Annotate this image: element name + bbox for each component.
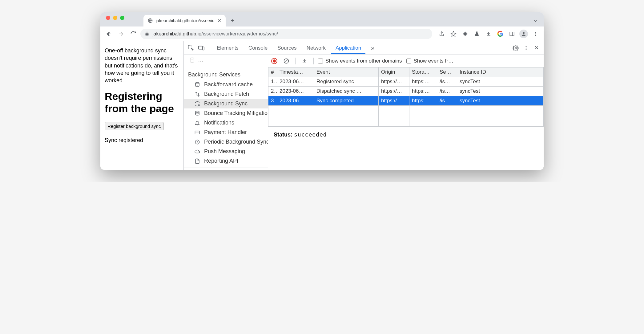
- share-icon[interactable]: [437, 29, 447, 39]
- page-content: One-off background sync doesn't require …: [100, 41, 183, 170]
- svg-line-24: [284, 59, 288, 63]
- svg-rect-4: [510, 32, 514, 36]
- svg-rect-11: [199, 46, 203, 49]
- table-row: [268, 106, 544, 116]
- col-storage[interactable]: Stora…: [409, 67, 437, 77]
- sidebar-item[interactable]: Notifications: [184, 118, 268, 128]
- svg-point-9: [535, 35, 536, 36]
- devtools-settings-icon[interactable]: [511, 43, 520, 53]
- record-button[interactable]: [271, 58, 277, 64]
- register-sync-button[interactable]: Register background sync: [105, 122, 163, 130]
- tab-application[interactable]: Application: [331, 42, 365, 54]
- table-row[interactable]: 1.2023-06…Registered synchttps://…https:…: [268, 77, 544, 87]
- device-toolbar-icon[interactable]: [197, 43, 206, 53]
- table-row[interactable]: 2.2023-06…Dispatched sync …https://…http…: [268, 87, 544, 96]
- col-event[interactable]: Event: [314, 67, 379, 77]
- close-tab-icon[interactable]: ✕: [217, 18, 221, 24]
- reload-button[interactable]: [128, 29, 139, 39]
- events-table[interactable]: # Timesta… Event Origin Stora… Se… Insta…: [268, 67, 544, 127]
- col-instance[interactable]: Instance ID: [457, 67, 544, 77]
- sidebar-item[interactable]: Payment Handler: [184, 128, 268, 137]
- file-icon: [194, 158, 200, 164]
- database-icon: [194, 110, 200, 116]
- tab-sources[interactable]: Sources: [273, 42, 301, 54]
- svg-rect-12: [203, 47, 204, 50]
- sidebar-item[interactable]: Periodic Background Sync: [184, 137, 268, 147]
- tab-elements[interactable]: Elements: [212, 42, 243, 54]
- profile-avatar[interactable]: [518, 29, 529, 39]
- svg-point-17: [190, 58, 194, 59]
- close-window-button[interactable]: [106, 16, 110, 20]
- browser-tab[interactable]: jakearchibald.github.io/isservic ✕: [143, 15, 226, 26]
- back-button[interactable]: [103, 29, 114, 39]
- save-events-icon[interactable]: [300, 56, 309, 66]
- bookmark-star-icon[interactable]: [448, 29, 459, 39]
- sidebar-item-label: Background Fetch: [204, 91, 249, 97]
- cloud-icon: [194, 149, 200, 155]
- devtools-close-icon[interactable]: ✕: [532, 43, 541, 53]
- sidebar-item[interactable]: Bounce Tracking Mitigations: [184, 108, 268, 118]
- svg-point-18: [195, 82, 199, 84]
- tabs-overflow-icon[interactable]: »: [367, 41, 379, 55]
- sidebar-item[interactable]: Background Sync: [184, 99, 268, 108]
- page-paragraph: One-off background sync doesn't require …: [105, 47, 179, 84]
- sidebar-item-label: Notifications: [204, 120, 234, 126]
- show-other-domains-checkbox[interactable]: Show events from other domains: [318, 58, 402, 64]
- browser-toolbar: jakearchibald.github.io/isserviceworkerr…: [100, 26, 544, 41]
- extensions-icon[interactable]: [460, 29, 470, 39]
- svg-point-8: [535, 33, 536, 34]
- table-row[interactable]: 3.2023-06…Sync completedhttps://…https:……: [268, 96, 544, 106]
- globe-icon: [148, 18, 153, 23]
- events-toolbar: Show events from other domains Show even…: [268, 55, 544, 67]
- downloads-icon[interactable]: [483, 29, 494, 39]
- google-icon[interactable]: [495, 29, 505, 39]
- sidebar-item-label: Payment Handler: [204, 129, 247, 136]
- page-heading: Registering from the page: [105, 90, 179, 114]
- event-detail-pane: Status: succeeded: [268, 127, 544, 142]
- svg-point-15: [526, 47, 527, 48]
- minimize-window-button[interactable]: [113, 16, 117, 20]
- forward-button[interactable]: [116, 29, 126, 39]
- sidebar-prev-section-hint: …: [184, 55, 268, 65]
- svg-point-6: [523, 32, 525, 34]
- titlebar: jakearchibald.github.io/isservic ✕ +: [100, 12, 544, 26]
- sidebar-item-label: Periodic Background Sync: [204, 139, 268, 145]
- col-index[interactable]: #: [268, 67, 277, 77]
- updown-icon: [194, 91, 200, 97]
- table-row: [268, 116, 544, 127]
- tab-dropdown-icon[interactable]: [533, 18, 538, 23]
- col-timestamp[interactable]: Timesta…: [277, 67, 314, 77]
- sidebar-item[interactable]: Back/forward cache: [184, 80, 268, 89]
- clear-events-icon[interactable]: [282, 56, 291, 66]
- application-main: Show events from other domains Show even…: [268, 55, 544, 170]
- browser-menu-icon[interactable]: [530, 29, 541, 39]
- database-icon: [194, 82, 200, 88]
- lock-icon: [145, 31, 149, 36]
- tab-console[interactable]: Console: [244, 42, 272, 54]
- show-events-checkbox-truncated[interactable]: Show events fr…: [406, 58, 541, 64]
- inspect-element-icon[interactable]: [186, 43, 195, 53]
- sidebar-item-label: Back/forward cache: [204, 81, 253, 88]
- address-bar[interactable]: jakearchibald.github.io/isserviceworkerr…: [140, 29, 432, 39]
- sidepanel-icon[interactable]: [507, 29, 517, 39]
- devtools-panel: Elements Console Sources Network Applica…: [183, 41, 544, 170]
- status-label: Status:: [274, 132, 292, 138]
- content-area: One-off background sync doesn't require …: [100, 41, 544, 170]
- tab-network[interactable]: Network: [302, 42, 330, 54]
- page-status: Sync registered: [105, 136, 179, 144]
- sidebar-item[interactable]: Reporting API: [184, 156, 268, 166]
- devtools-menu-icon[interactable]: [521, 43, 531, 53]
- sidebar-item[interactable]: Background Fetch: [184, 89, 268, 99]
- sidebar-item-label: Push Messaging: [204, 148, 245, 155]
- sidebar-item-label: Bounce Tracking Mitigations: [204, 110, 268, 116]
- new-tab-button[interactable]: +: [228, 16, 237, 25]
- col-origin[interactable]: Origin: [379, 67, 409, 77]
- maximize-window-button[interactable]: [120, 16, 124, 20]
- labs-icon[interactable]: [472, 29, 482, 39]
- sidebar-item[interactable]: Push Messaging: [184, 147, 268, 156]
- window-controls: [104, 12, 126, 26]
- tab-title: jakearchibald.github.io/isservic: [156, 18, 214, 23]
- clock-icon: [194, 139, 200, 145]
- col-scope[interactable]: Se…: [437, 67, 457, 77]
- svg-point-14: [526, 46, 527, 47]
